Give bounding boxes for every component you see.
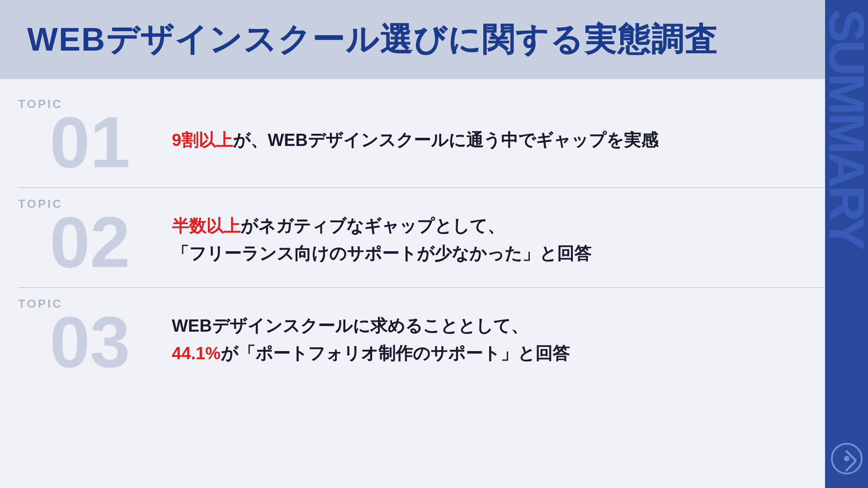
topic-label-03: TOPIC 03 <box>18 301 163 378</box>
sidebar-play-icon <box>831 443 863 474</box>
topic-number-02: 02 <box>50 206 130 278</box>
topic-content-03: WEBデザインスクールに求めることとして、 44.1%が「ポートフォリオ制作のサ… <box>163 312 841 367</box>
topic-label-01: TOPIC 01 <box>18 102 163 178</box>
sidebar: SUMMARY <box>825 0 868 488</box>
topic-number-03: 03 <box>50 306 130 378</box>
topic-row-03: TOPIC 03 WEBデザインスクールに求めることとして、 44.1%が「ポー… <box>18 288 841 387</box>
topic-row-01: TOPIC 01 9割以上が、WEBデザインスクールに通う中でギャップを実感 <box>18 88 841 188</box>
topic-row-02: TOPIC 02 半数以上がネガティブなギャップとして、 「フリーランス向けのサ… <box>18 188 841 288</box>
header: WEBデザインスクール選びに関する実態調査 <box>0 0 868 79</box>
topic-03-text-line2: が「ポートフォリオ制作のサポート」と回答 <box>221 344 570 363</box>
topic-03-text-line1: WEBデザインスクールに求めることとして、 <box>172 316 528 335</box>
sidebar-summary-text: SUMMARY <box>822 9 868 248</box>
topic-content-01: 9割以上が、WEBデザインスクールに通う中でギャップを実感 <box>163 127 841 154</box>
page-title: WEBデザインスクール選びに関する実態調査 <box>27 22 718 57</box>
topic-content-02: 半数以上がネガティブなギャップとして、 「フリーランス向けのサポートが少なかった… <box>163 212 841 267</box>
topic-word-02: TOPIC <box>18 197 63 211</box>
topic-03-highlight-percent: 44.1% <box>172 344 221 363</box>
topic-word-01: TOPIC <box>18 97 63 111</box>
topic-02-highlight: 半数以上 <box>172 216 241 235</box>
topic-label-02: TOPIC 02 <box>18 202 163 278</box>
topic-02-text-line1: がネガティブなギャップとして、 <box>241 216 505 235</box>
sidebar-icon-dot <box>844 456 849 461</box>
main-content: TOPIC 01 9割以上が、WEBデザインスクールに通う中でギャップを実感 T… <box>0 79 868 396</box>
topic-02-text-line2: 「フリーランス向けのサポートが少なかった」と回答 <box>172 244 591 263</box>
topic-number-01: 01 <box>50 106 130 178</box>
topic-01-highlight: 9割以上 <box>172 131 233 150</box>
topic-word-03: TOPIC <box>18 297 63 311</box>
topic-01-text: が、WEBデザインスクールに通う中でギャップを実感 <box>233 131 658 150</box>
